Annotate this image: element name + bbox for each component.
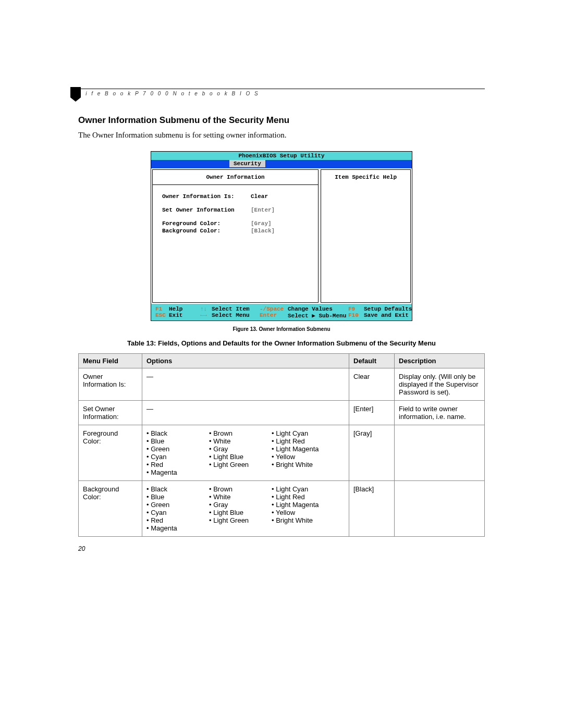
bios-field-label: Foreground Color: [162,220,251,227]
bios-field-value: Clear [251,193,268,200]
bios-field-value: [Gray] [251,220,272,227]
table-row: Owner Information Is: — Clear Display on… [79,368,485,401]
list-item: Red [146,516,193,524]
bios-panel-title: Owner Information [153,170,318,185]
list-item: Magenta [146,524,193,532]
bios-utility-title: PhoenixBIOS Setup Utility [151,152,412,160]
list-item: Magenta [146,468,193,476]
list-item: White [209,493,256,501]
table-row: Foreground Color: BlackBlueGreenCyanRedM… [79,425,485,481]
list-item: Light Green [209,516,256,524]
list-item: Cyan [146,453,193,461]
list-item: Light Red [272,493,319,501]
bios-tab-security: Security [229,160,265,167]
section-title: Owner Information Submenu of the Securit… [78,115,485,126]
defaults-table: Menu Field Options Default Description O… [78,353,485,537]
list-item: Black [146,485,193,493]
list-item: Light Magenta [272,445,319,453]
list-item: Light Blue [209,453,256,461]
list-item: Brown [209,429,256,437]
list-item: Light Cyan [272,485,319,493]
tab-marker-icon [70,87,81,102]
list-item: Yellow [272,453,319,461]
figure-caption: Figure 13. Owner Information Submenu [78,326,485,332]
bios-field-label: Owner Information Is: [162,193,251,200]
list-item: Cyan [146,509,193,516]
bios-field-label: Set Owner Information [162,207,251,213]
list-item: Gray [209,501,256,509]
list-item: Light Cyan [272,429,319,437]
bios-screenshot: PhoenixBIOS Setup Utility Security Owner… [151,151,412,321]
running-header: L i f e B o o k P 7 0 0 0 N o t e b o o … [78,91,485,96]
list-item: Light Green [209,461,256,468]
bios-field-label: Background Color: [162,228,251,234]
list-item: Light Blue [209,509,256,516]
list-item: Brown [209,485,256,493]
list-item: Bright White [272,461,319,468]
list-item: Green [146,445,193,453]
bios-field-value: [Black] [251,228,275,234]
list-item: Black [146,429,193,437]
bios-footer: F1 Help ↑↓ Select Item -/Space Change Va… [151,304,412,320]
list-item: Yellow [272,509,319,516]
list-item: White [209,437,256,445]
bios-field-value: [Enter] [251,207,275,213]
table-title: Table 13: Fields, Options and Defaults f… [78,339,485,347]
intro-text: The Owner Information submenu is for set… [78,131,485,140]
bios-tab-bar: Security [151,160,412,168]
list-item: Green [146,501,193,509]
list-item: Red [146,461,193,468]
th-options: Options [142,354,349,368]
bios-help-title: Item Specific Help [321,170,410,184]
list-item: Light Magenta [272,501,319,509]
th-menu-field: Menu Field [79,354,142,368]
list-item: Blue [146,437,193,445]
page-number: 20 [78,545,485,552]
table-row: Background Color: BlackBlueGreenCyanRedM… [79,481,485,537]
table-row: Set Owner Information: — [Enter] Field t… [79,401,485,425]
list-item: Light Red [272,437,319,445]
th-description: Description [395,354,485,368]
list-item: Bright White [272,516,319,524]
th-default: Default [349,354,395,368]
list-item: Gray [209,445,256,453]
list-item: Blue [146,493,193,501]
